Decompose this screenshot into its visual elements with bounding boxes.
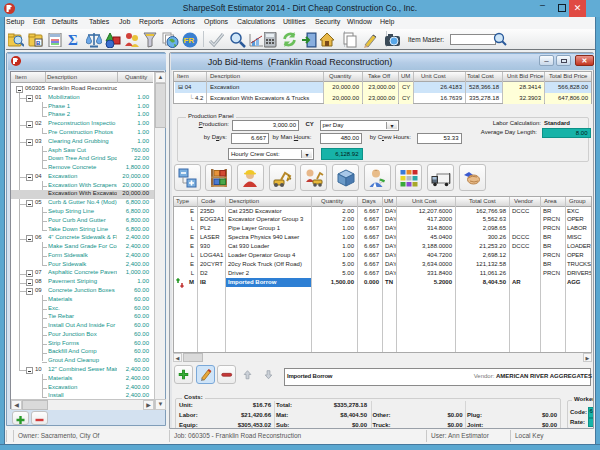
svg-text:Σ: Σ [68, 32, 78, 48]
svg-text:FR: FR [184, 36, 195, 45]
svg-text:B: B [36, 40, 41, 46]
